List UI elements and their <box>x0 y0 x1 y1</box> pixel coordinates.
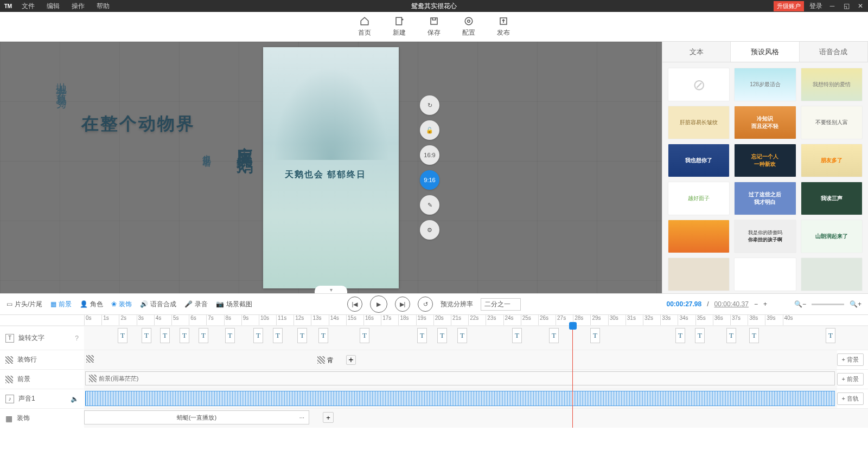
decor-track-body[interactable]: 背+ <box>84 350 837 369</box>
decor2-track-body[interactable]: 蜻蜓(一直播放)··· + <box>84 409 868 428</box>
fg-clip[interactable]: 前景(雨幕茫茫) <box>85 371 835 385</box>
text-clip[interactable]: T <box>160 328 170 343</box>
text-clip[interactable]: T <box>273 328 283 343</box>
text-clip[interactable]: T <box>199 328 208 343</box>
foreground-button[interactable]: ▦ 前景 <box>50 300 72 309</box>
record-button[interactable]: 🎤 录音 <box>184 300 208 309</box>
text-clip[interactable]: T <box>253 328 263 343</box>
tool-lock-icon[interactable]: 🔓 <box>420 120 439 140</box>
role-button[interactable]: 👤 角色 <box>80 300 103 309</box>
preset-item[interactable] <box>801 258 863 291</box>
preset-item[interactable]: 越好面子 <box>668 182 730 215</box>
menu-action[interactable]: 操作 <box>66 2 90 11</box>
new-button[interactable]: 新建 <box>393 16 406 37</box>
add-decor2-button[interactable]: + <box>323 412 334 423</box>
next-button[interactable]: ▶| <box>395 297 410 312</box>
collapse-canvas-icon[interactable]: ▾ <box>315 286 347 293</box>
close-icon[interactable]: ✕ <box>856 2 865 10</box>
text-clip[interactable]: T <box>318 328 328 343</box>
tts-button[interactable]: 🔊 语音合成 <box>140 300 176 309</box>
head-tail-button[interactable]: ▭ 片头/片尾 <box>7 300 42 309</box>
audio-track-body[interactable] <box>84 389 837 408</box>
tool-settings-icon[interactable]: ⚙ <box>420 220 439 240</box>
login-button[interactable]: 登录 <box>809 2 822 11</box>
tab-preset[interactable]: 预设风格 <box>731 42 799 62</box>
menu-edit[interactable]: 编辑 <box>41 2 65 11</box>
config-button[interactable]: 配置 <box>462 16 475 37</box>
canvas[interactable]: 抛弃妻 易寻另 在整个动物界 也很是出名 应属天鹅 天鹅也会 郁郁终日 ↻ 🔓 … <box>0 42 662 293</box>
menu-help[interactable]: 帮助 <box>91 2 115 11</box>
speaker-icon[interactable]: 🔈 <box>71 395 79 403</box>
prev-button[interactable]: |◀ <box>347 297 362 312</box>
preset-item[interactable] <box>734 258 796 291</box>
play-button[interactable]: ▶ <box>370 295 387 313</box>
add-fg-button[interactable]: + 前景 <box>837 373 864 385</box>
text-clip[interactable]: T <box>417 328 427 343</box>
text-clip[interactable]: T <box>225 328 235 343</box>
menu-file[interactable]: 文件 <box>16 2 40 11</box>
preset-item[interactable]: 我也想你了 <box>668 144 730 177</box>
add-decor-button[interactable]: + <box>346 355 356 365</box>
text-clip[interactable]: T <box>142 328 151 343</box>
rotate-track-body[interactable]: TTTTTTTTTTTTTTTTTTTTTT <box>84 326 868 350</box>
decor2-clip[interactable]: 蜻蜓(一直播放)··· <box>84 410 309 424</box>
text-clip[interactable]: T <box>360 328 369 343</box>
audio-clip[interactable] <box>85 391 835 406</box>
preset-item[interactable]: 128岁最适合 <box>734 68 796 101</box>
text-clip[interactable]: T <box>826 328 835 343</box>
text-clip[interactable]: T <box>675 328 685 343</box>
help-icon[interactable]: ? <box>75 334 79 342</box>
preset-item[interactable]: 肝脏容易长皱纹 <box>668 106 730 139</box>
preset-item[interactable]: 过了这些之后我才明白 <box>734 182 796 215</box>
ratio-9-16-button[interactable]: 9:16 <box>420 170 439 190</box>
preset-item[interactable] <box>668 220 730 253</box>
text-clip[interactable]: T <box>695 328 705 343</box>
preview-rate-select[interactable]: 二分之一 <box>481 298 521 311</box>
add-audio-button[interactable]: + 音轨 <box>837 392 864 405</box>
tool-rotate-icon[interactable]: ↻ <box>420 95 439 115</box>
decor-bg-clip[interactable]: 背 <box>327 356 333 364</box>
phone-frame[interactable]: 天鹅也会 郁郁终日 <box>263 47 399 288</box>
preset-item[interactable] <box>668 258 730 291</box>
decor-button[interactable]: ❀ 装饰 <box>111 300 132 309</box>
publish-button[interactable]: 发布 <box>497 16 510 37</box>
ratio-16-9-button[interactable]: 16:9 <box>420 145 439 165</box>
preset-item[interactable]: ⊘ <box>668 68 730 101</box>
text-clip[interactable]: T <box>749 328 759 343</box>
upgrade-button[interactable]: 升级账户 <box>774 1 804 11</box>
screenshot-button[interactable]: 📷 场景截图 <box>216 300 252 309</box>
text-clip[interactable]: T <box>549 328 559 343</box>
preset-item[interactable]: 朋友多了 <box>801 144 863 177</box>
text-clip[interactable]: T <box>590 328 600 343</box>
total-time[interactable]: 00:00:40.37 <box>714 300 749 308</box>
zoom-out-time-icon[interactable]: − <box>754 300 758 308</box>
text-clip[interactable]: T <box>297 328 307 343</box>
timeline-ruler[interactable]: 0s1s2s3s4s5s6s7s8s9s10s11s12s13s14s15s16… <box>0 315 868 326</box>
preset-item[interactable]: 冷知识而且还不轻 <box>734 106 796 139</box>
playhead[interactable] <box>572 326 573 428</box>
zoom-in-time-icon[interactable]: + <box>763 300 767 308</box>
tab-tts[interactable]: 语音合成 <box>800 42 868 62</box>
preset-item[interactable]: 山朗润起来了 <box>801 220 863 253</box>
zoom-slider[interactable] <box>812 304 844 305</box>
preset-item[interactable]: 忘记一个人一种新欢 <box>734 144 796 177</box>
tab-text[interactable]: 文本 <box>662 42 731 62</box>
text-clip[interactable]: T <box>457 328 467 343</box>
text-clip[interactable]: T <box>118 328 127 343</box>
preset-item[interactable]: 不要怪别人富 <box>801 106 863 139</box>
add-bg-button[interactable]: + 背景 <box>837 353 864 366</box>
preset-item[interactable]: 我读三声 <box>801 182 863 215</box>
minimize-icon[interactable]: ─ <box>828 2 837 10</box>
preset-item[interactable]: 我是你的骄傲吗你牵挂的孩子啊 <box>734 220 796 253</box>
save-button[interactable]: 保存 <box>427 16 441 37</box>
maximize-icon[interactable]: ◱ <box>842 2 851 10</box>
clip-more-icon[interactable]: ··· <box>299 414 304 421</box>
decor-clip-marker[interactable] <box>86 355 94 363</box>
tool-edit-icon[interactable]: ✎ <box>420 195 439 215</box>
zoom-out-icon[interactable]: 🔍− <box>794 300 806 308</box>
text-clip[interactable]: T <box>512 328 522 343</box>
text-clip[interactable]: T <box>726 328 736 343</box>
text-clip[interactable]: T <box>180 328 189 343</box>
text-clip[interactable]: T <box>437 328 447 343</box>
fg-track-body[interactable]: 前景(雨幕茫茫) <box>84 370 837 389</box>
